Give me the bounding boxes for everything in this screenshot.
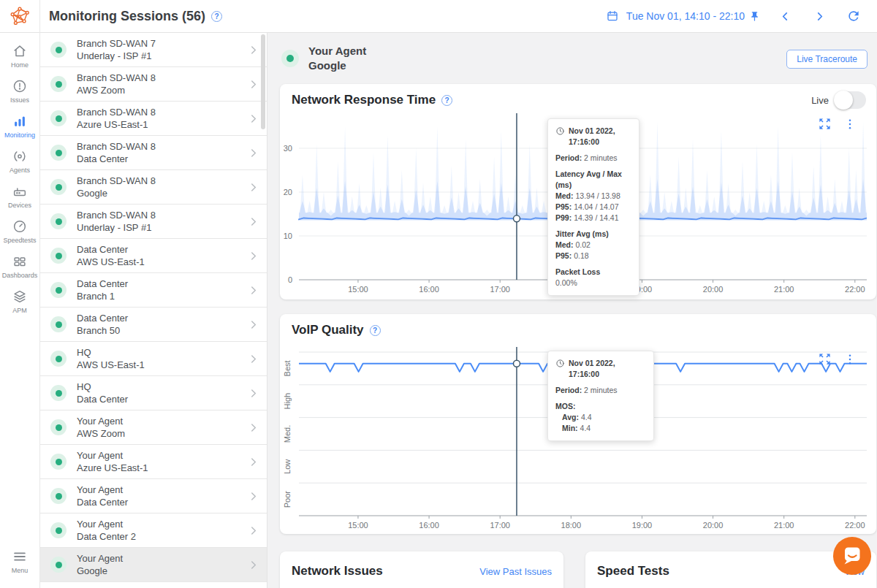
date-range[interactable]: Tue Nov 01, 14:10 - 22:10 bbox=[626, 10, 745, 22]
expand-icon[interactable] bbox=[818, 352, 832, 366]
view-past-issues-link[interactable]: View Past Issues bbox=[479, 566, 552, 577]
svg-text:22:00: 22:00 bbox=[845, 521, 865, 530]
sidebar-item-label: Issues bbox=[10, 96, 29, 104]
page-title: Monitoring Sessions (56) bbox=[49, 9, 205, 24]
session-target: Underlay - ISP #1 bbox=[77, 50, 247, 62]
session-list-item[interactable]: Data CenterBranch 50 bbox=[40, 308, 267, 342]
status-dot bbox=[50, 488, 67, 504]
sidebar-item-devices[interactable]: Devices bbox=[0, 183, 40, 209]
clock-icon bbox=[555, 358, 565, 380]
session-list-item[interactable]: Branch SD-WAN 8AWS Zoom bbox=[40, 67, 267, 102]
dashboards-icon bbox=[12, 253, 28, 270]
network-response-time-card: Network Response Time Live 010203015:001… bbox=[280, 84, 876, 299]
chevron-right-icon bbox=[247, 181, 259, 194]
session-target: AWS Zoom bbox=[77, 84, 247, 96]
chevron-right-icon bbox=[247, 112, 259, 125]
chevron-right-icon bbox=[247, 353, 259, 365]
app-logo[interactable] bbox=[0, 0, 40, 33]
agent-header: Your Agent Google Live Traceroute bbox=[268, 33, 877, 84]
sidebar-item-speedtests[interactable]: Speedtests bbox=[0, 218, 40, 244]
svg-text:20: 20 bbox=[284, 188, 292, 196]
sidebar-item-issues[interactable]: Issues bbox=[0, 78, 40, 104]
session-target: Data Center bbox=[77, 393, 247, 405]
svg-text:15:00: 15:00 bbox=[348, 285, 368, 294]
voip-tooltip: Nov 01 2022, 17:16:00 Period: 2 minutes … bbox=[547, 351, 654, 441]
kebab-menu-icon[interactable] bbox=[843, 118, 857, 131]
voip-quality-card: VoIP Quality BestHighMed.LowPoor15:0016:… bbox=[280, 314, 876, 534]
sidebar-item-menu[interactable]: Menu bbox=[0, 549, 40, 574]
status-dot bbox=[50, 419, 67, 435]
live-toggle[interactable] bbox=[835, 91, 866, 109]
session-name: Branch SD-WAN 8 bbox=[77, 140, 247, 153]
sidebar-item-label: Dashboards bbox=[2, 272, 38, 279]
agents-icon bbox=[12, 148, 28, 164]
session-list-item[interactable]: Branch SD-WAN 8Google bbox=[40, 170, 267, 205]
sidebar-item-monitoring[interactable]: Monitoring bbox=[0, 113, 40, 139]
svg-text:16:00: 16:00 bbox=[419, 521, 439, 530]
svg-text:21:00: 21:00 bbox=[774, 285, 794, 294]
prev-time-button[interactable] bbox=[779, 10, 791, 23]
network-issues-card: Network Issues View Past Issues bbox=[280, 551, 563, 588]
tooltip-row: P95:14.04 / 14.07 bbox=[555, 202, 631, 213]
agent-status-dot bbox=[281, 50, 299, 67]
session-list-item[interactable]: Your AgentData Center bbox=[40, 479, 267, 513]
session-list-item[interactable]: Branch SD-WAN 8Data Center bbox=[40, 136, 267, 170]
session-list-item[interactable]: Branch SD-WAN 8Underlay - ISP #1 bbox=[40, 205, 267, 239]
session-list-item[interactable]: Data CenterAWS US-East-1 bbox=[40, 239, 267, 273]
session-list-panel: Branch SD-WAN 7Underlay - ISP #1Branch S… bbox=[40, 33, 267, 588]
tooltip-row: Med:0.02 bbox=[555, 240, 631, 251]
sidebar-item-dashboards[interactable]: Dashboards bbox=[0, 253, 40, 279]
session-name: Your Agent bbox=[77, 484, 247, 496]
status-dot bbox=[50, 76, 67, 92]
session-target: Branch 50 bbox=[77, 324, 247, 337]
sidebar-item-apm[interactable]: APM bbox=[0, 289, 40, 314]
kebab-menu-icon[interactable] bbox=[843, 353, 857, 366]
status-dot bbox=[50, 110, 67, 126]
svg-text:20:00: 20:00 bbox=[703, 521, 724, 530]
nrt-card-title: Network Response Time bbox=[292, 93, 452, 107]
session-list-item[interactable]: Your AgentAWS Zoom bbox=[40, 411, 267, 445]
nrt-jitter-rows: Med:0.02P95:0.18 bbox=[555, 240, 631, 261]
session-name: Data Center bbox=[77, 243, 247, 256]
next-time-button[interactable] bbox=[813, 10, 826, 23]
session-list-item[interactable]: Your AgentData Center 2 bbox=[40, 513, 267, 548]
chat-launcher[interactable] bbox=[833, 537, 871, 575]
session-list-item[interactable]: Your AgentAzure US-East-1 bbox=[40, 445, 267, 479]
tooltip-row: Med:13.94 / 13.98 bbox=[555, 191, 631, 202]
expand-icon[interactable] bbox=[818, 117, 832, 131]
session-name: Branch SD-WAN 8 bbox=[77, 106, 247, 118]
session-list-item[interactable]: HQData Center bbox=[40, 376, 267, 411]
status-dot bbox=[50, 42, 67, 58]
session-list-scrollbar[interactable] bbox=[261, 34, 265, 129]
calendar-icon[interactable] bbox=[606, 9, 619, 23]
session-target: Data Center bbox=[77, 496, 247, 508]
help-icon[interactable] bbox=[370, 325, 381, 336]
session-target: AWS US-East-1 bbox=[77, 256, 247, 268]
session-list-item[interactable]: Data CenterBranch 1 bbox=[40, 273, 267, 308]
session-list-item[interactable]: Your AgentGoogle bbox=[40, 548, 267, 582]
chevron-right-icon bbox=[247, 456, 259, 468]
nrt-tooltip: Nov 01 2022,17:16:00 Period: 2 minutes L… bbox=[547, 118, 639, 296]
pin-icon[interactable] bbox=[749, 11, 760, 22]
svg-text:17:00: 17:00 bbox=[490, 285, 510, 294]
session-list-item[interactable]: HQAWS US-East-1 bbox=[40, 342, 267, 376]
help-icon[interactable] bbox=[211, 11, 222, 22]
status-dot bbox=[50, 179, 67, 195]
sidebar-item-home[interactable]: Home bbox=[0, 43, 40, 69]
session-name: HQ bbox=[77, 346, 247, 359]
refresh-button[interactable] bbox=[846, 9, 861, 23]
help-icon[interactable] bbox=[441, 95, 452, 106]
issues-icon bbox=[12, 78, 28, 94]
live-traceroute-button[interactable]: Live Traceroute bbox=[786, 50, 867, 69]
chevron-right-icon bbox=[247, 78, 259, 91]
status-dot bbox=[50, 145, 67, 161]
svg-text:20:00: 20:00 bbox=[703, 285, 724, 294]
chevron-right-icon bbox=[247, 490, 259, 503]
top-bar: Monitoring Sessions (56) Tue Nov 01, 14:… bbox=[0, 0, 877, 33]
session-list-item[interactable]: Branch SD-WAN 8Azure US-East-1 bbox=[40, 102, 267, 136]
chevron-right-icon bbox=[247, 524, 259, 537]
menu-icon bbox=[12, 549, 28, 565]
sidebar-item-agents[interactable]: Agents bbox=[0, 148, 40, 174]
session-list-item[interactable]: Branch SD-WAN 7Underlay - ISP #1 bbox=[40, 33, 267, 67]
chevron-right-icon bbox=[247, 215, 259, 228]
